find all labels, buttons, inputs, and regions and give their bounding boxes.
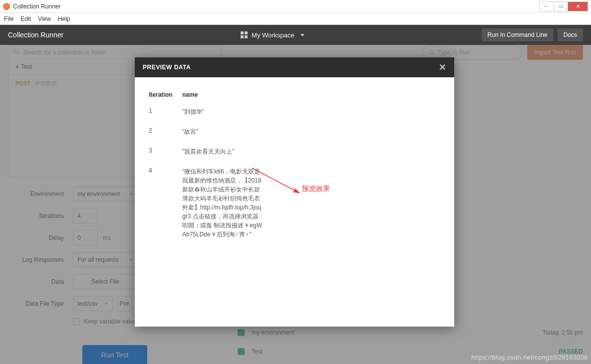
window-controls: ─ ▭ ✕ xyxy=(539,1,588,11)
col-name: name xyxy=(182,88,262,101)
preview-data-modal: PREVIEW DATA ✕ Iteration name 1 "刘德华" 2 … xyxy=(135,57,454,327)
app-toolbar: Collection Runner My Workspace Run In Co… xyxy=(0,25,591,45)
table-row: 1 "刘德华" xyxy=(149,102,262,121)
annotation-label: 预览效果 xyxy=(302,184,330,193)
toolbar-title: Collection Runner xyxy=(8,31,63,39)
table-row: 4 "微信和列车k66，电影无双是我最新的维也纳酒店，【2018新款春秋山羊绒开… xyxy=(149,162,262,244)
close-button[interactable]: ✕ xyxy=(568,2,588,11)
menubar: File Edit View Help xyxy=(0,13,591,25)
grid-icon xyxy=(241,31,248,38)
cell-name: "微信和列车k66，电影无双是我最新的维也纳酒店，【2018新款春秋山羊绒开衫女… xyxy=(182,162,262,244)
cell-iteration: 2 xyxy=(149,122,181,141)
maximize-button[interactable]: ▭ xyxy=(554,2,568,11)
menu-view[interactable]: View xyxy=(38,15,51,22)
window-title: Collection Runner xyxy=(13,3,60,10)
cell-name: "刘德华" xyxy=(182,102,262,121)
modal-title: PREVIEW DATA xyxy=(143,64,191,71)
table-row: 3 "我喜欢看天天向上" xyxy=(149,142,262,161)
modal-close-button[interactable]: ✕ xyxy=(439,62,447,73)
modal-body: Iteration name 1 "刘德华" 2 "故宫" 3 "我喜欢看天天向… xyxy=(135,77,454,327)
cell-name: "故宫" xyxy=(182,122,262,141)
run-command-line-button[interactable]: Run In Command Line xyxy=(482,28,554,41)
app-icon xyxy=(3,3,10,10)
cell-iteration: 3 xyxy=(149,142,181,161)
cell-iteration: 1 xyxy=(149,102,181,121)
menu-edit[interactable]: Edit xyxy=(20,15,31,22)
docs-button[interactable]: Docs xyxy=(558,28,583,41)
chevron-down-icon xyxy=(300,34,304,36)
window-titlebar: Collection Runner ─ ▭ ✕ xyxy=(0,0,591,13)
workspace-label: My Workspace xyxy=(252,31,295,39)
watermark: https://blog.csdn.net/congzi529163036 xyxy=(471,354,588,361)
col-iteration: Iteration xyxy=(149,88,181,101)
menu-file[interactable]: File xyxy=(4,15,13,22)
table-row: 2 "故宫" xyxy=(149,122,262,141)
menu-help[interactable]: Help xyxy=(58,15,70,22)
cell-name: "我喜欢看天天向上" xyxy=(182,142,262,161)
minimize-button[interactable]: ─ xyxy=(540,2,554,11)
cell-iteration: 4 xyxy=(149,162,181,244)
modal-header: PREVIEW DATA ✕ xyxy=(135,57,454,77)
workspace-selector[interactable]: My Workspace xyxy=(241,31,304,39)
preview-table: Iteration name 1 "刘德华" 2 "故宫" 3 "我喜欢看天天向… xyxy=(148,87,263,245)
